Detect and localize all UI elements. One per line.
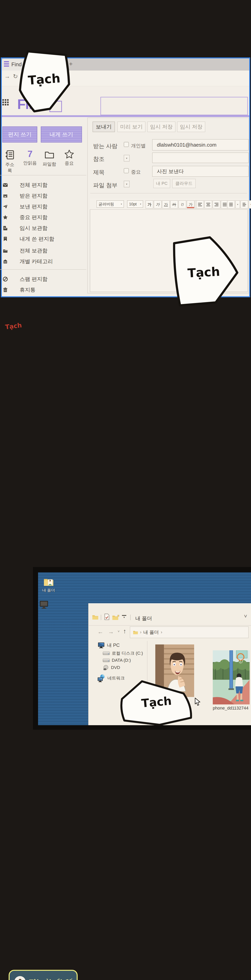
file-photo-2[interactable]: [213, 650, 249, 705]
inbox-icon: [3, 193, 8, 198]
refresh-icon[interactable]: ↻: [13, 73, 18, 80]
sidebar-item-inbox[interactable]: 받은 편지함: [0, 192, 86, 200]
editor-body[interactable]: [90, 198, 248, 292]
archive-icon: [3, 248, 8, 253]
nav-item-dvd[interactable]: DVD DVD: [103, 665, 120, 670]
photo-man-smiling: [155, 644, 194, 697]
address-folder-icon: [133, 630, 138, 635]
write-to-me-button[interactable]: 내게 쓰기: [41, 126, 82, 143]
number-list-icon: [243, 203, 246, 206]
nav-item-network[interactable]: 네트워크: [97, 674, 125, 682]
dvd-icon: DVD: [103, 665, 109, 670]
unread-count: 7: [23, 149, 37, 159]
desktop-icon-my-folder[interactable]: 내 폴더: [38, 578, 59, 593]
explorer-window-title: 내 폴더: [135, 615, 152, 622]
computer-icon: [40, 600, 48, 610]
quick-filebox[interactable]: 파일함: [42, 150, 57, 167]
sent-icon: [3, 204, 8, 209]
titlebar-divider: [88, 625, 251, 626]
forward-icon[interactable]: →: [4, 73, 10, 80]
font-family-select[interactable]: 굴려버림▾: [96, 200, 124, 208]
sidebar-item-spam[interactable]: 스팸 편지함: [0, 275, 86, 283]
number-list-button[interactable]: [240, 200, 248, 208]
trash-icon: [3, 287, 8, 293]
quick-label: 주소록: [3, 162, 16, 173]
bullet-list-icon: [229, 203, 233, 206]
temp-save-button-2[interactable]: 임시 저장: [177, 121, 205, 132]
find-logo-box: [50, 101, 62, 112]
quick-unread[interactable]: 7 안읽음: [23, 149, 37, 166]
individual-checkbox[interactable]: [124, 142, 129, 147]
spacing-button[interactable]: 간: [179, 200, 186, 208]
font-size-select[interactable]: 10pt▾: [127, 200, 143, 208]
titlebar-separator: [101, 615, 101, 620]
to-me-icon: [3, 236, 8, 242]
chevron-down-icon: ▾: [126, 183, 127, 186]
sidebar-item-important[interactable]: 중요 편지함: [0, 213, 86, 221]
align-right-button[interactable]: [213, 200, 221, 208]
sidebar-item-drafts[interactable]: 임시 보관함: [0, 224, 86, 232]
mouse-cursor-icon: [195, 698, 201, 706]
to-input[interactable]: dlalswh0101@haesin.com: [152, 139, 249, 151]
chevron-down-icon: ▾: [140, 203, 141, 205]
chevron-down-icon[interactable]: ▾: [235, 200, 240, 208]
sidebar-item-category[interactable]: 개별 카테고리: [0, 258, 86, 266]
align-left-button[interactable]: [196, 200, 204, 208]
folder-icon: [45, 150, 54, 159]
breadcrumb[interactable]: 내 폴더: [143, 629, 159, 635]
address-bar[interactable]: › 내 폴더 ›: [130, 627, 249, 638]
titlebar-folder-icon: [92, 614, 98, 620]
file-photo-1[interactable]: [155, 644, 194, 697]
quick-important[interactable]: 중요: [62, 150, 76, 166]
up-icon[interactable]: ↑: [123, 628, 126, 635]
nav-item-disk-c[interactable]: 로컬 디스크 (C:): [103, 650, 143, 656]
webtoon-page: Find + → ↻ Find 편지 쓰기 내게 쓰기 주소록 7 안읽음 파일…: [0, 0, 251, 980]
new-tab-button[interactable]: +: [69, 60, 73, 68]
attach-dropdown[interactable]: ▾: [124, 181, 129, 188]
ribbon-expand-icon[interactable]: ˅: [244, 613, 247, 619]
sidebar-item-sent[interactable]: 보낸 편지함: [0, 203, 86, 210]
titlebar-properties-icon[interactable]: [104, 614, 110, 620]
attach-pc-button[interactable]: 내 PC: [153, 179, 170, 188]
temp-save-button[interactable]: 임시 저장: [147, 121, 176, 132]
star-icon: [3, 215, 8, 220]
nav-item-my-pc[interactable]: 내 PC: [98, 642, 120, 648]
strike-button[interactable]: 가: [170, 200, 178, 208]
history-chevron-icon[interactable]: ˅: [118, 630, 120, 633]
nav-item-data-d[interactable]: DATA (D:): [103, 658, 131, 663]
align-center-button[interactable]: [204, 200, 212, 208]
tab-favicon-icon: [4, 61, 9, 67]
write-mail-button[interactable]: 편지 쓰기: [2, 126, 37, 143]
font-color-button[interactable]: 가: [187, 200, 195, 208]
bold-button[interactable]: 가: [145, 200, 153, 208]
pane-divider: [147, 641, 147, 725]
file-name-label[interactable]: phone_dd1132744: [213, 706, 248, 711]
sidebar-item-trash[interactable]: 휴지통: [0, 286, 86, 294]
app-grid-icon[interactable]: [2, 99, 9, 108]
quick-addressbook[interactable]: 주소록: [3, 150, 16, 173]
desktop-icon-2[interactable]: [40, 600, 48, 611]
send-button[interactable]: 보내기: [93, 121, 115, 132]
sidebar-item-archive-all[interactable]: 전체 보관함: [0, 247, 86, 255]
italic-button[interactable]: 가: [154, 200, 161, 208]
important-checkbox[interactable]: [124, 168, 129, 173]
subject-input[interactable]: 사진 보낸다: [152, 166, 249, 177]
cc-dropdown[interactable]: ▾: [124, 155, 129, 162]
sidebar-item-to-me[interactable]: 내게 쓴 편지함: [0, 235, 86, 243]
attach-cloud-button[interactable]: 클라우드: [172, 179, 196, 188]
underline-button[interactable]: 가: [162, 200, 170, 208]
sidebar-item-all-mail[interactable]: 전체 편지함: [0, 181, 86, 189]
back-icon[interactable]: ←: [98, 628, 103, 635]
preview-button[interactable]: 미리 보기: [117, 121, 145, 132]
chat-message-bubble[interactable]: Tôi gửi rồi đấy: [9, 970, 78, 980]
bullet-list-button[interactable]: [227, 200, 235, 208]
my-pc-icon: [98, 642, 105, 648]
cc-input[interactable]: [152, 153, 249, 163]
chevron-down-icon[interactable]: ▾: [249, 200, 251, 208]
format-group: 가 가 가 가 간 가 ▾: [145, 200, 200, 208]
titlebar-newfolder-icon[interactable]: [112, 615, 119, 620]
sidebar-divider: [0, 175, 86, 175]
align-right-icon: [214, 203, 219, 206]
titlebar-collapse-icon[interactable]: ▾: [122, 615, 126, 618]
forward-icon[interactable]: →: [108, 628, 114, 635]
